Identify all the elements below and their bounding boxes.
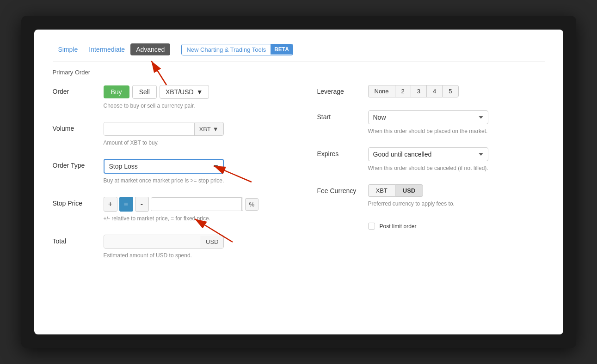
order-content: Buy Sell XBT/USD ▼ Choose to buy or sell… [104,85,280,109]
leverage-row: Leverage None 2 3 4 5 [317,85,545,97]
leverage-2[interactable]: 2 [395,85,411,97]
beta-badge: BETA [271,44,293,55]
outer-frame: Simple Intermediate Advanced New Chartin… [21,16,576,348]
post-limit-spacer [317,220,368,223]
post-limit-label: Post limit order [380,223,417,230]
form-grid: Order Buy Sell XBT/USD ▼ Choose to buy o… [53,85,545,272]
leverage-3[interactable]: 3 [411,85,426,97]
expires-content: Good until cancelled When this order sho… [368,147,545,171]
leverage-none[interactable]: None [368,85,395,97]
post-limit-row: Post limit order [317,220,545,230]
post-limit-checkbox[interactable] [368,223,375,230]
pair-dropdown[interactable]: XBT/USD ▼ [160,85,209,99]
volume-input[interactable] [104,122,194,135]
order-hint: Choose to buy or sell a currency pair. [104,103,280,109]
leverage-label: Leverage [317,85,368,95]
leverage-4[interactable]: 4 [426,85,442,97]
order-label: Order [53,85,104,95]
stop-price-unit: USD [241,198,243,211]
total-hint: Estimated amount of USD to spend. [104,252,280,259]
start-content: Now When this order should be placed on … [368,110,545,134]
post-limit-content: Post limit order [368,220,545,230]
order-type-label: Order Type [53,159,104,169]
order-type-content: Stop Loss Market Limit Stop Loss Limit T… [104,159,280,184]
stop-price-row: Stop Price + = - USD % +/- relat [53,197,280,222]
expires-hint: When this order should be canceled (if n… [368,165,545,171]
fee-currency-controls: XBT USD [368,184,545,197]
order-type-select[interactable]: Stop Loss Market Limit Stop Loss Limit T… [104,159,224,174]
stop-price-equals-btn[interactable]: = [119,197,133,212]
fee-xbt-btn[interactable]: XBT [368,184,395,197]
stop-price-pct-btn[interactable]: % [245,198,259,211]
tab-simple[interactable]: Simple [53,43,84,55]
total-input[interactable] [104,235,201,248]
expires-label: Expires [317,147,368,158]
leverage-content: None 2 3 4 5 [368,85,545,97]
fee-usd-btn[interactable]: USD [395,184,423,197]
start-select[interactable]: Now [368,110,488,124]
leverage-5[interactable]: 5 [442,85,458,97]
total-row: Total USD Estimated amount of USD to spe… [53,235,280,259]
order-type-row: Order Type Stop Loss Market Limit Stop L… [53,159,280,184]
stop-price-input[interactable] [151,198,241,211]
tabs-row: Simple Intermediate Advanced New Chartin… [53,43,545,61]
order-row: Order Buy Sell XBT/USD ▼ Choose to buy o… [53,85,280,109]
stop-price-controls: + = - USD % [104,197,280,212]
volume-content: XBT ▼ Amount of XBT to buy. [104,122,280,146]
primary-order-label: Primary Order [53,69,545,76]
post-limit-control: Post limit order [368,220,545,230]
beta-button-text: New Charting & Trading Tools [182,44,271,55]
fee-currency-content: XBT USD Preferred currency to apply fees… [368,184,545,207]
beta-button[interactable]: New Charting & Trading Tools BETA [181,44,293,55]
start-label: Start [317,110,368,121]
start-hint: When this order should be placed on the … [368,128,545,134]
total-label: Total [53,235,104,245]
volume-row: Volume XBT ▼ Amount of XBT to buy. [53,122,280,146]
inner-card: Simple Intermediate Advanced New Chartin… [34,30,563,334]
volume-unit: XBT ▼ [194,123,223,135]
volume-unit-arrow: ▼ [213,126,219,133]
tab-intermediate[interactable]: Intermediate [83,43,130,55]
tab-advanced[interactable]: Advanced [130,43,170,55]
sell-button[interactable]: Sell [132,85,157,99]
volume-input-group: XBT ▼ [104,122,224,136]
total-input-group: USD [104,235,224,249]
stop-price-minus-btn[interactable]: - [135,197,149,212]
stop-price-input-group: USD [151,197,243,211]
stop-price-plus-btn[interactable]: + [104,197,117,212]
order-controls: Buy Sell XBT/USD ▼ [104,85,280,99]
order-type-hint: Buy at market once market price is >= st… [104,177,280,184]
left-column: Order Buy Sell XBT/USD ▼ Choose to buy o… [53,85,280,272]
total-content: USD Estimated amount of USD to spend. [104,235,280,259]
volume-label: Volume [53,122,104,132]
fee-currency-row: Fee Currency XBT USD Preferred currency … [317,184,545,207]
buy-button[interactable]: Buy [104,85,129,98]
stop-price-content: + = - USD % +/- relative to market price… [104,197,280,222]
right-column: Leverage None 2 3 4 5 Start [317,85,545,272]
leverage-controls: None 2 3 4 5 [368,85,545,97]
total-unit: USD [201,236,223,248]
dropdown-arrow-icon: ▼ [197,88,203,96]
fee-currency-hint: Preferred currency to apply fees to. [368,200,545,207]
expires-row: Expires Good until cancelled When this o… [317,147,545,171]
volume-hint: Amount of XBT to buy. [104,140,280,146]
stop-price-label: Stop Price [53,197,104,207]
expires-select[interactable]: Good until cancelled [368,147,488,161]
pair-value: XBT/USD [166,88,194,96]
start-row: Start Now When this order should be plac… [317,110,545,134]
fee-currency-label: Fee Currency [317,184,368,194]
stop-price-hint: +/- relative to market price, = for fixe… [104,215,280,222]
